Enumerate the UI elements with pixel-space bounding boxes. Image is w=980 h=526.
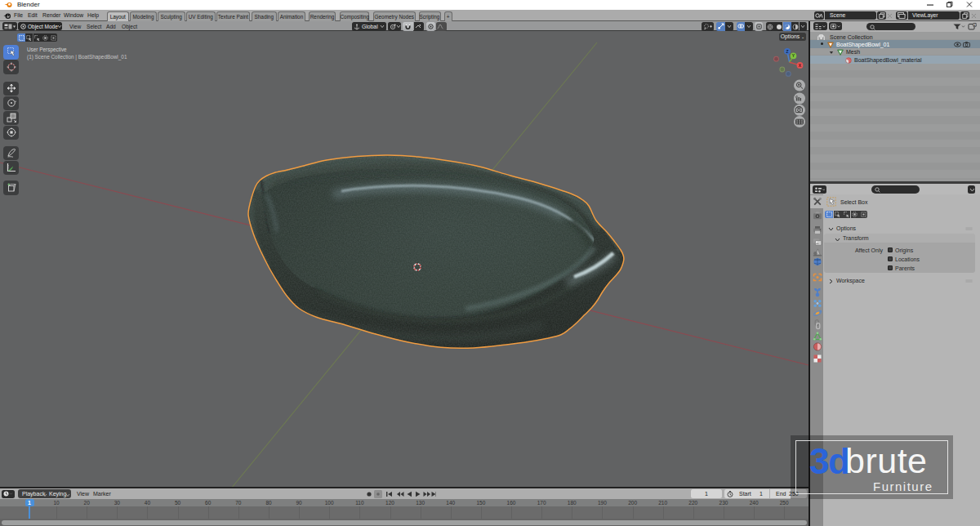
svg-text:Z: Z: [786, 49, 788, 54]
